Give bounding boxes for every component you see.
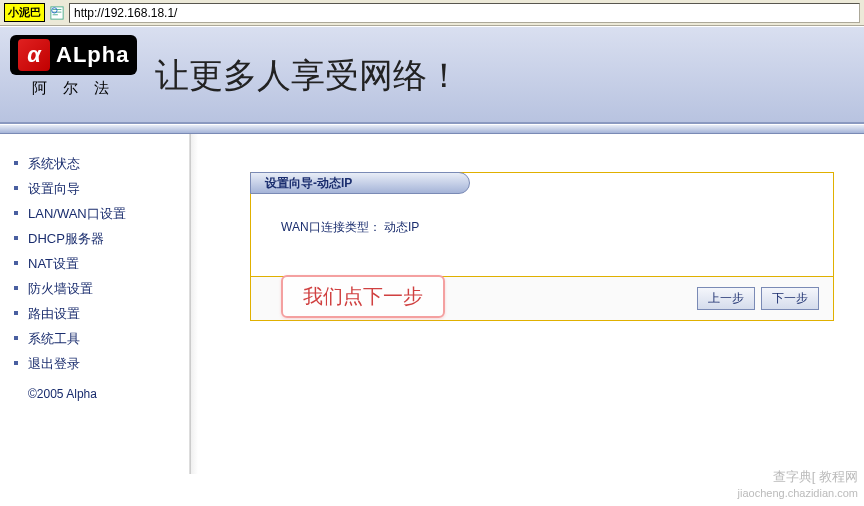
sidebar: 系统状态 设置向导 LAN/WAN口设置 DHCP服务器 NAT设置 防火墙设置… — [0, 134, 190, 474]
content-area: 设置向导-动态IP WAN口连接类型： 动态IP 我们点下一步 上一步 下一步 — [190, 134, 864, 474]
sidebar-item-routing: 路由设置 — [28, 305, 181, 323]
panel-body: WAN口连接类型： 动态IP — [251, 195, 833, 277]
panel-footer: 我们点下一步 上一步 下一步 — [251, 277, 833, 320]
page-header: α ALpha 阿 尔 法 让更多人享受网络！ — [0, 26, 864, 124]
sidebar-item-firewall: 防火墙设置 — [28, 280, 181, 298]
wan-type-value: 动态IP — [384, 220, 419, 234]
logo: α ALpha 阿 尔 法 — [10, 35, 137, 98]
sidebar-item-wizard: 设置向导 — [28, 180, 181, 198]
browser-badge: 小泥巴 — [4, 3, 45, 22]
sidebar-list: 系统状态 设置向导 LAN/WAN口设置 DHCP服务器 NAT设置 防火墙设置… — [28, 155, 181, 373]
browser-address-bar: 小泥巴 — [0, 0, 864, 26]
divider-vertical — [190, 134, 198, 474]
sidebar-item-status: 系统状态 — [28, 155, 181, 173]
sidebar-item-lanwan: LAN/WAN口设置 — [28, 205, 181, 223]
panel-title: 设置向导-动态IP — [250, 172, 470, 194]
wan-type-label: WAN口连接类型： — [281, 220, 381, 234]
next-button[interactable]: 下一步 — [761, 287, 819, 310]
watermark-line1: 查字典[ 教程网 — [738, 469, 858, 486]
logo-box: α ALpha — [10, 35, 137, 75]
watermark: 查字典[ 教程网 jiaocheng.chazidian.com — [738, 469, 858, 500]
prev-button[interactable]: 上一步 — [697, 287, 755, 310]
url-input[interactable] — [69, 3, 860, 23]
page-icon — [49, 5, 65, 21]
watermark-line2: jiaocheng.chazidian.com — [738, 486, 858, 500]
sidebar-item-logout: 退出登录 — [28, 355, 181, 373]
wizard-panel: 设置向导-动态IP WAN口连接类型： 动态IP 我们点下一步 上一步 下一步 — [250, 172, 834, 321]
sidebar-item-tools: 系统工具 — [28, 330, 181, 348]
main-area: 系统状态 设置向导 LAN/WAN口设置 DHCP服务器 NAT设置 防火墙设置… — [0, 134, 864, 474]
logo-text: ALpha — [56, 42, 129, 68]
sidebar-item-dhcp: DHCP服务器 — [28, 230, 181, 248]
logo-mark: α — [18, 39, 50, 71]
logo-subtitle: 阿 尔 法 — [32, 79, 115, 98]
divider-bar — [0, 124, 864, 134]
annotation-callout: 我们点下一步 — [281, 275, 445, 318]
slogan: 让更多人享受网络！ — [155, 53, 461, 99]
sidebar-item-nat: NAT设置 — [28, 255, 181, 273]
copyright: ©2005 Alpha — [28, 387, 181, 401]
